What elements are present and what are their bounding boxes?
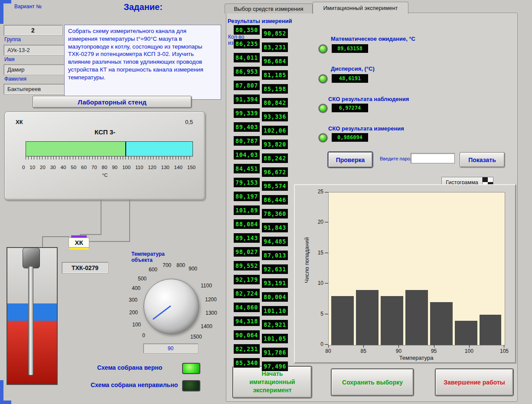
x-tick (504, 345, 504, 348)
x-tick-label: 105 (500, 348, 509, 354)
measurement-value: 89,403 (233, 122, 260, 132)
histogram-bar (356, 290, 379, 345)
wire (129, 199, 130, 242)
xk-connector[interactable]: ХК (69, 235, 89, 251)
x-tick-label: 100 (465, 348, 473, 354)
x-tick (398, 345, 399, 348)
measurement-value: 85,198 (261, 84, 288, 94)
variance-value: 48,6191 (331, 74, 369, 83)
measurement-value: 91,786 (261, 347, 288, 358)
gauge-tick-marks (26, 156, 192, 160)
measurement-value: 87,807 (233, 80, 260, 91)
gauge-scale-label: 120 (148, 165, 156, 170)
corner-accent (0, 401, 11, 404)
measurement-sko-label: СКО результата измерения (328, 125, 404, 132)
knob-scale-label: 1300 (206, 310, 217, 316)
histogram-plot (328, 192, 505, 345)
tab-label: Имитационный эксперимент (323, 5, 398, 11)
y-axis-tick-labels: 0510152025 (306, 192, 323, 345)
thermocouple-head (23, 248, 40, 268)
x-tick-label: 95 (431, 348, 437, 354)
tab-instrument-selection[interactable]: Выбор средств измерения (225, 3, 313, 13)
knob-scale-label: 1500 (190, 334, 202, 340)
measurement-value: 90,852 (261, 28, 288, 39)
thermocouple-stem (28, 266, 33, 375)
temperature-knob[interactable] (144, 279, 199, 334)
measurement-value: 83,231 (261, 42, 288, 52)
thermocouple-type-label: ХК (16, 119, 23, 125)
gauge-scale-label: 80 (101, 165, 107, 170)
gauge-scale-label: 20 (40, 165, 46, 170)
measurement-value: 102,06 (261, 125, 288, 136)
y-tick-label: 15 (318, 250, 323, 256)
measurement-sko-led (319, 134, 327, 142)
wire (42, 236, 69, 237)
scheme-ok-led (182, 363, 200, 374)
observation-sko-led (319, 104, 327, 113)
check-button[interactable]: Проверка (328, 152, 372, 167)
measurement-value: 89,552 (233, 261, 260, 271)
password-input[interactable] (411, 153, 455, 163)
measurements-column-1: 80,35086,23584,01186,95387,80791,39499,3… (233, 25, 260, 368)
scheme-ok-label: Схема собрана верно (97, 364, 162, 371)
name-field[interactable]: Дамир (3, 64, 66, 75)
gauge-scale: 0102030405060708090100110120130140150 (22, 165, 196, 170)
measurement-value: 82,921 (261, 319, 288, 330)
finish-work-button[interactable]: Завершение работы (435, 369, 513, 396)
group-field[interactable]: АУк-13-2 (3, 45, 66, 55)
y-tick (325, 314, 328, 314)
knob-scale-label: 300 (129, 297, 137, 303)
measurement-value: 85,340 (233, 358, 260, 368)
measurement-value: 80,350 (233, 25, 260, 35)
measurement-value: 98,574 (261, 181, 288, 191)
measurement-value: 93,820 (261, 139, 288, 150)
variant-field[interactable]: 2 (3, 25, 62, 36)
x-tick (434, 345, 434, 348)
measurement-value: 86,446 (261, 195, 288, 205)
gauge-scale-label: 140 (174, 165, 183, 170)
measurement-value: 82,724 (233, 288, 260, 299)
measurement-value: 104,03 (233, 150, 260, 160)
measurement-value: 90,064 (233, 330, 260, 340)
wire (42, 236, 43, 248)
scheme-fail-label: Схема собрана неправильно (91, 381, 178, 388)
lab-stand-button[interactable]: Лабораторный стенд (33, 96, 192, 108)
knob-scale-label: 700 (163, 262, 171, 268)
surname-field[interactable]: Бактыгереев (3, 84, 66, 94)
measurement-value: 101,89 (233, 205, 260, 215)
mean-label: Математическое ожидание, °С (331, 36, 415, 42)
knob-value-field[interactable]: 90 (143, 343, 198, 353)
temperature-knob-area: 0100200300400500600700800900110012001300… (128, 260, 219, 345)
histogram-bar (381, 296, 403, 345)
measurement-sko-value: 0,986094 (331, 133, 369, 142)
measurement-value: 82,231 (233, 344, 260, 354)
gauge-scale-label: 100 (122, 165, 131, 170)
gauge-fill (26, 142, 126, 156)
show-button[interactable]: Показать (460, 152, 505, 167)
accuracy-class-label: 0,5 (185, 119, 193, 125)
y-tick (325, 222, 328, 222)
corner-accent (0, 0, 3, 24)
knob-scale-label: 0 (142, 332, 145, 339)
measurement-value: 93,191 (261, 278, 288, 288)
histogram-bar (430, 302, 453, 345)
knob-scale-label: 600 (149, 267, 157, 273)
y-tick-label: 20 (318, 219, 323, 225)
knob-scale-label: 1200 (205, 296, 217, 303)
measurement-value: 91,843 (261, 222, 288, 233)
knob-scale-label: 900 (189, 266, 197, 272)
y-tick (325, 283, 328, 283)
knob-scale-label: 500 (138, 276, 147, 282)
password-label: Введите пароль (380, 156, 415, 161)
measurement-value: 96,684 (261, 56, 288, 66)
measurement-value: 86,953 (233, 66, 260, 77)
scheme-fail-led (182, 380, 200, 391)
save-sample-button[interactable]: Сохранить выборку (331, 369, 414, 396)
group-label: Группа (4, 36, 21, 42)
tab-simulation-experiment[interactable]: Имитационный эксперимент (313, 2, 408, 14)
task-title: Задание: (104, 2, 182, 12)
measurement-value: 80,842 (261, 98, 288, 108)
measurement-value: 91,394 (233, 94, 260, 104)
knob-scale-label: 400 (132, 285, 140, 291)
knob-scale-label: 1400 (201, 323, 212, 329)
